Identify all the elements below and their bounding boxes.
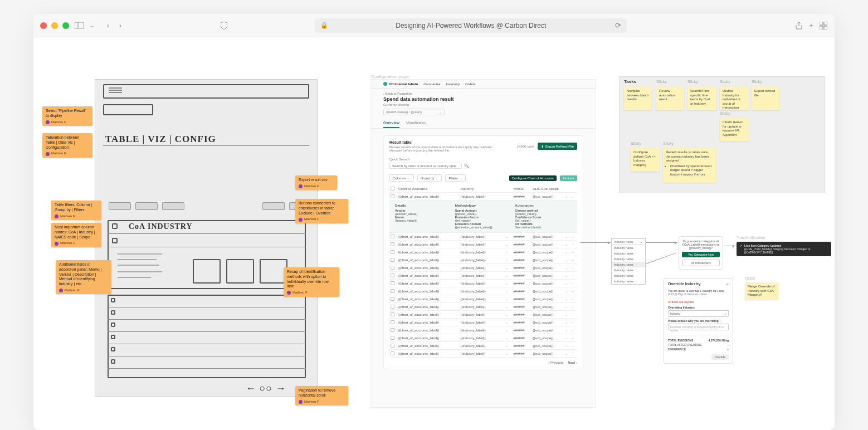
- exclude-button[interactable]: Exclude: [560, 175, 577, 181]
- table-row[interactable]: {{chart_of_accounts_label}} {{industry_l…: [389, 193, 577, 201]
- nav-companies[interactable]: Companies: [423, 82, 440, 86]
- back-icon[interactable]: ‹: [104, 21, 113, 30]
- minimize-window-icon[interactable]: [51, 22, 58, 29]
- row-checkbox[interactable]: [391, 305, 394, 309]
- sticky-note[interactable]: Review automation result: [656, 87, 684, 110]
- dropdown-item[interactable]: Industry name: [612, 267, 645, 273]
- table-row[interactable]: {{chart_of_accounts_label}}{{industry_la…: [389, 319, 577, 326]
- reload-icon[interactable]: ⟳: [615, 21, 621, 30]
- row-checkbox[interactable]: [391, 289, 394, 293]
- tab-overview[interactable]: Overview: [383, 121, 399, 128]
- row-checkbox[interactable]: [391, 351, 394, 355]
- see-method-link[interactable]: See method details: [515, 226, 572, 229]
- row-checkbox[interactable]: [391, 242, 394, 246]
- dropdown-item[interactable]: Industry name: [612, 273, 645, 278]
- dropdown-item[interactable]: Industry name: [612, 245, 645, 251]
- note-recap-methods[interactable]: Recap of identification methods with opt…: [284, 267, 339, 297]
- nav-orders[interactable]: Orders: [465, 82, 475, 86]
- table-row[interactable]: {{chart_of_accounts_label}}{{industry_la…: [389, 342, 577, 350]
- nav-inventory[interactable]: Inventory: [446, 82, 460, 86]
- note-table-filters[interactable]: Table filters: Column | Group by | Filte…: [51, 201, 101, 220]
- table-row[interactable]: {{chart_of_accounts_label}}{{industry_la…: [389, 233, 577, 241]
- override-button[interactable]: Override: [711, 354, 729, 360]
- search-icon[interactable]: 🔍: [464, 164, 469, 168]
- note-column-names[interactable]: Most important column names: CoA | Indus…: [51, 223, 101, 247]
- row-checkbox[interactable]: [391, 320, 394, 324]
- batch-select[interactable]: {{batch name}} / {{year}}⌄: [383, 109, 445, 115]
- sticky-note[interactable]: Merge Override of Industry with CoA Mapp…: [745, 282, 778, 300]
- figma-canvas[interactable]: TABLE | VIZ | CONFIG CoA INDUSTRY: [33, 37, 835, 430]
- close-window-icon[interactable]: [40, 22, 47, 29]
- dropdown-item[interactable]: Industry name: [612, 256, 645, 262]
- row-checkbox[interactable]: [391, 234, 394, 238]
- table-row[interactable]: {{chart_of_accounts_label}}{{industry_la…: [389, 326, 577, 334]
- configure-coa-button[interactable]: Configure Chart of Accounts: [509, 175, 557, 181]
- prev-page[interactable]: ‹ Previous: [548, 361, 563, 364]
- close-icon[interactable]: ×: [726, 282, 729, 287]
- sticky-note[interactable]: Review results to make sure the correct …: [663, 148, 716, 183]
- table-row[interactable]: {{chart_of_accounts_label}}{{industry_la…: [389, 264, 577, 272]
- table-row[interactable]: {{chart_of_accounts_label}}{{industry_la…: [389, 303, 577, 311]
- table-row[interactable]: {{chart_of_accounts_label}}{{industry_la…: [389, 256, 577, 264]
- filters-button[interactable]: Filters⌄: [445, 174, 465, 182]
- forward-icon[interactable]: ›: [116, 21, 125, 30]
- dropdown-item[interactable]: Industry name: [612, 278, 645, 284]
- note-export-csv[interactable]: Export result csvMathieu F.: [295, 175, 337, 190]
- shield-icon[interactable]: [220, 21, 228, 30]
- maximize-window-icon[interactable]: [62, 22, 69, 29]
- confirm-categorize-button[interactable]: Yes, Categorize Now: [682, 252, 720, 257]
- note-accordion-fields[interactable]: Additional fields in accordion panel: Me…: [56, 260, 111, 294]
- tab-visualization[interactable]: Visualization: [406, 121, 426, 128]
- row-checkbox[interactable]: [391, 297, 394, 301]
- new-tab-icon[interactable]: ＋: [807, 21, 816, 30]
- all-transactions-button[interactable]: All Transactions: [682, 260, 720, 266]
- note-exclude-override[interactable]: Buttons connected to checkboxes in table…: [295, 199, 348, 223]
- address-bar[interactable]: 🔒 Designing AI-Powered Workflows @ Carbo…: [315, 18, 627, 33]
- sticky-note[interactable]: Update Industry for individual or group …: [720, 87, 749, 110]
- groupby-button[interactable]: Group by⌄: [417, 174, 442, 182]
- sidebar-toggle-icon[interactable]: [75, 21, 84, 30]
- search-input[interactable]: [389, 163, 462, 169]
- table-row[interactable]: {{chart_of_accounts_label}}{{industry_la…: [389, 272, 577, 280]
- row-checkbox[interactable]: [391, 336, 394, 340]
- table-row[interactable]: {{chart_of_accounts_label}}{{industry_la…: [389, 350, 577, 358]
- back-link[interactable]: ‹ Back to Footprints: [371, 89, 596, 95]
- table-row[interactable]: {{chart_of_accounts_label}}{{industry_la…: [389, 311, 577, 319]
- reason-textarea[interactable]: Incorrect matching or keyword slightly o…: [668, 324, 729, 330]
- row-checkbox[interactable]: [391, 328, 394, 332]
- table-row[interactable]: {{chart_of_accounts_label}}{{industry_la…: [389, 287, 577, 295]
- row-checkbox[interactable]: [391, 258, 394, 262]
- industry-select[interactable]: Industry⌄: [668, 310, 729, 317]
- note-tabulation[interactable]: Tabulation between Table | Data Viz | Co…: [42, 133, 92, 158]
- dropdown-item[interactable]: Industry name: [612, 262, 645, 267]
- brand-logo[interactable]: CD Internal Admin: [383, 82, 418, 86]
- sticky-note[interactable]: Export refined file: [752, 87, 779, 110]
- row-checkbox[interactable]: [391, 266, 394, 270]
- columns-button[interactable]: Columns⌄: [389, 174, 414, 182]
- dropdown-item[interactable]: Industry name: [612, 251, 645, 256]
- tab-overview-icon[interactable]: [819, 21, 828, 30]
- row-checkbox[interactable]: [391, 250, 394, 254]
- sticky-note[interactable]: Configure default CoA <> Industry mappin…: [631, 148, 660, 172]
- sticky-note[interactable]: Navigate between batch results: [624, 87, 652, 110]
- row-checkbox[interactable]: [391, 312, 394, 316]
- select-all-checkbox[interactable]: [391, 187, 394, 190]
- export-button[interactable]: ⬇Export Refined File: [538, 143, 577, 150]
- sticky-note[interactable]: Inform reason for update to improve ML A…: [720, 118, 749, 141]
- tab-dropdown-icon[interactable]: ⌄: [87, 21, 98, 30]
- next-page[interactable]: Next ›: [568, 361, 577, 364]
- row-checkbox[interactable]: [391, 281, 394, 285]
- table-row[interactable]: {{chart_of_accounts_label}}{{industry_la…: [389, 334, 577, 342]
- sticky-note[interactable]: Search/Filter specific line items by CoA…: [687, 87, 716, 110]
- row-checkbox[interactable]: [391, 194, 394, 198]
- share-icon[interactable]: [794, 21, 803, 30]
- industry-dropdown[interactable]: Industry name⌄ Industry name Industry na…: [611, 238, 646, 285]
- table-row[interactable]: {{chart_of_accounts_label}}{{industry_la…: [389, 241, 577, 248]
- note-pipeline-result[interactable]: Select "Pipeline Result" to displayMathi…: [42, 106, 92, 126]
- table-row[interactable]: {{chart_of_accounts_label}}{{industry_la…: [389, 248, 577, 256]
- table-row[interactable]: {{chart_of_accounts_label}}{{industry_la…: [389, 295, 577, 303]
- table-row[interactable]: {{chart_of_accounts_label}}{{industry_la…: [389, 280, 577, 287]
- row-checkbox[interactable]: [391, 344, 394, 348]
- note-pagination[interactable]: Pagination to remove horizontal scrollMa…: [295, 386, 348, 405]
- row-checkbox[interactable]: [391, 273, 394, 277]
